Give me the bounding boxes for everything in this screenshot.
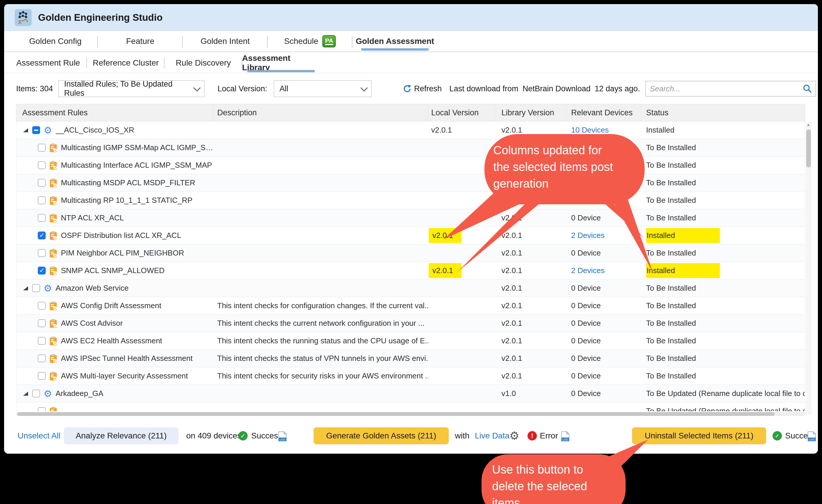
row-checkbox[interactable] [32, 390, 40, 398]
scroll-up-arrow-icon[interactable]: ▲ [806, 122, 810, 127]
column-header[interactable]: Relevant Devices [566, 104, 642, 121]
table-row[interactable]: ⚙ Multicasting IGMP SSM-Map ACL IGMP_SSM… [16, 139, 805, 156]
tab-label: Golden Config [29, 37, 81, 46]
column-header[interactable]: Assessment Rules [16, 104, 214, 121]
live-data-link[interactable]: Live Data [475, 427, 509, 444]
row-checkbox[interactable] [38, 355, 46, 362]
log-label: LOG [280, 438, 285, 441]
log-icon[interactable]: LOG [561, 431, 570, 444]
row-checkbox[interactable] [38, 302, 46, 310]
row-checkbox[interactable] [38, 214, 46, 222]
row-checkbox[interactable] [32, 126, 40, 134]
local-version-cell [428, 332, 495, 350]
row-checkbox[interactable] [32, 284, 40, 292]
status-cell: Installed [642, 121, 805, 139]
horizontal-scrollbar[interactable] [16, 412, 805, 416]
status-cell: To Be Installed [642, 156, 805, 174]
success-icon: ✓ [238, 431, 248, 441]
main-tab-golden-intent[interactable]: Golden Intent [183, 31, 268, 51]
table-row[interactable]: ⚙ Arkadeep_GA v1.0 0 Device To Be Update… [16, 385, 805, 403]
search-icon[interactable] [802, 83, 813, 95]
column-header[interactable]: Status [642, 104, 805, 121]
table-row[interactable]: ⚙ AWS Cost Advisor This intent checks th… [16, 315, 805, 332]
table-row[interactable]: ⚙ PIM Neighbor ACL PIM_NEIGHBOR v2.0.1 0… [16, 244, 805, 262]
local-version-select[interactable]: All [274, 80, 372, 97]
assessment-rule-icon [49, 301, 57, 311]
sub-tab-reference-cluster[interactable]: Reference Cluster [87, 53, 164, 73]
devices-value[interactable]: 2 Devices [571, 231, 604, 240]
status-cell: To Be Installed [642, 332, 805, 350]
table-row[interactable]: ⚙ Multicasting MSDP ACL MSDP_FILTER To B… [16, 174, 805, 192]
rule-name: __ACL_Cisco_IOS_XR [56, 125, 134, 135]
status-cell: To Be Installed [642, 139, 805, 156]
expand-triangle-icon[interactable] [23, 286, 28, 290]
search-input[interactable] [646, 81, 816, 96]
table-row[interactable]: ⚙ To Be Updated (Rename duplicate local … [16, 403, 805, 411]
tab-label: Assessment Rule [16, 58, 80, 68]
row-checkbox[interactable] [38, 372, 46, 380]
row-checkbox[interactable] [38, 249, 46, 257]
table-row[interactable]: ⚙ AWS IPSec Tunnel Health Assessment Thi… [16, 350, 805, 367]
netbrain-download-link[interactable]: NetBrain Download [522, 84, 591, 93]
table-row[interactable]: ⚙ Amazon Web Service v2.0.1 0 Device To … [16, 280, 805, 297]
expand-triangle-icon[interactable] [23, 128, 28, 132]
analyze-relevance-button[interactable]: Analyze Relevance (211) [64, 427, 178, 444]
row-checkbox[interactable] [38, 319, 46, 327]
column-header[interactable]: Description [214, 104, 428, 121]
row-checkbox[interactable] [38, 337, 46, 345]
table-row[interactable]: ⚙ SNMP ACL SNMP_ALLOWED v2.0.1 v2.0.1 2 … [16, 262, 805, 280]
table-row[interactable]: ⚙ Multicasting Interface ACL IGMP_SSM_MA… [16, 156, 805, 174]
row-checkbox[interactable] [38, 267, 46, 275]
rule-name: SNMP ACL SNMP_ALLOWED [61, 266, 164, 275]
table-row[interactable]: ⚙ NTP ACL XR_ACL v2.0.1 0 Device To Be I… [16, 209, 805, 227]
refresh-icon[interactable] [403, 84, 412, 93]
success-icon: ✓ [773, 431, 782, 441]
column-header[interactable]: Library Version [495, 104, 566, 121]
rule-name-cell: ⚙ NTP ACL XR_ACL [16, 209, 214, 226]
main-tab-golden-config[interactable]: Golden Config [13, 31, 98, 51]
devices-value: 0 Device [571, 213, 601, 222]
main-tab-golden-assessment[interactable]: Golden Assessment [353, 31, 437, 51]
row-checkbox[interactable] [38, 179, 46, 187]
table-row[interactable]: ⚙ AWS Config Drift Assessment This inten… [16, 297, 805, 315]
description-cell: This intent checks for configuration cha… [214, 297, 428, 314]
description-cell [214, 139, 428, 156]
devices-value[interactable]: 2 Devices [571, 266, 604, 275]
horizontal-scrollbar-thumb[interactable] [17, 412, 775, 416]
table-row[interactable]: ⚙ AWS Multi-layer Security Assessment Th… [16, 367, 805, 385]
expand-triangle-icon[interactable] [23, 392, 28, 396]
generate-golden-assets-button[interactable]: Generate Golden Assets (211) [314, 427, 449, 444]
uninstall-selected-items-button[interactable]: Uninstall Selected Items (211) [632, 427, 766, 444]
sub-tab-assessment-rule[interactable]: Assessment Rule [9, 53, 87, 73]
description-cell: This intent checks the current network c… [214, 315, 428, 332]
sub-tab-assessment-library[interactable]: Assessment Library [242, 53, 320, 73]
table-row[interactable]: ⚙ Multicasting RP 10_1_1_1 STATIC_RP v2.… [16, 192, 805, 209]
row-checkbox[interactable] [38, 161, 46, 169]
vertical-scrollbar[interactable]: ▲ [806, 122, 811, 415]
row-checkbox[interactable] [38, 144, 46, 152]
download-age-text: 12 days ago. [594, 84, 640, 93]
table-row[interactable]: ⚙ __ACL_Cisco_IOS_XR v2.0.1 v2.0.1 10 De… [16, 121, 805, 139]
devices-value[interactable]: 10 Devices [571, 125, 609, 135]
log-icon[interactable]: LOG [807, 431, 816, 444]
local-version-cell [428, 244, 495, 262]
column-header[interactable]: Local Version [428, 104, 495, 121]
table-row[interactable]: ⚙ OSPF Distribution list ACL XR_ACL v2.0… [16, 227, 805, 244]
local-version-cell [428, 297, 495, 314]
sub-tab-rule-discovery[interactable]: Rule Discovery [164, 53, 242, 73]
row-checkbox[interactable] [38, 196, 46, 204]
rule-filter-select[interactable]: Installed Rules; To Be Updated Rules [58, 80, 204, 97]
relevant-devices-cell: 0 Device [566, 350, 642, 367]
log-icon[interactable]: LOG [278, 431, 287, 444]
main-tab-feature[interactable]: Feature [98, 31, 183, 51]
row-checkbox[interactable] [38, 407, 46, 411]
gear-icon[interactable]: ⚙ [509, 427, 519, 444]
refresh-link[interactable]: Refresh [414, 84, 442, 93]
vertical-scrollbar-thumb[interactable] [806, 129, 811, 167]
main-tab-schedule[interactable]: SchedulePA [268, 31, 353, 51]
unselect-all-link[interactable]: Unselect All [18, 427, 60, 444]
table-row[interactable]: ⚙ AWS EC2 Health Assessment This intent … [16, 332, 805, 350]
devices-value: 0 Device [571, 354, 601, 363]
row-checkbox[interactable] [38, 231, 46, 239]
description-cell: This intent checks the status of VPN tun… [214, 350, 428, 367]
